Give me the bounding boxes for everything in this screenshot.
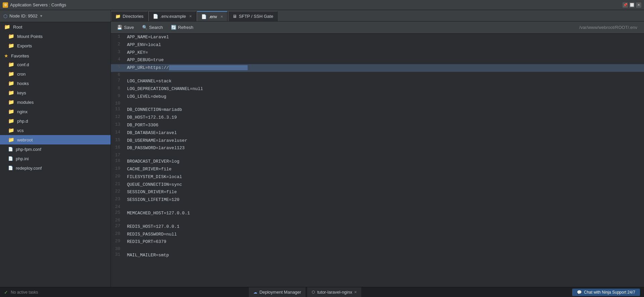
editor[interactable]: 1APP_NAME=Laravel2APP_ENV=local3APP_KEY=… xyxy=(111,34,644,287)
line-content[interactable]: REDIS_HOST=127.0.0.1 xyxy=(124,223,644,231)
search-button[interactable]: 🔍 Search xyxy=(139,24,166,31)
line-content[interactable]: APP_URL=https:// xyxy=(124,64,644,72)
line-content[interactable]: BROADCAST_DRIVER=log xyxy=(124,158,644,166)
line-content[interactable]: MEMCACHED_HOST=127.0.0.1 xyxy=(124,210,644,217)
line-content[interactable]: REDIS_PASSWORD=null xyxy=(124,231,644,239)
line-content[interactable] xyxy=(124,72,644,78)
app-icon: ⚙ xyxy=(3,2,8,8)
tab-icon: ⬡ xyxy=(312,290,315,294)
table-row: 1APP_NAME=Laravel xyxy=(111,34,644,41)
file-icon: 📄 xyxy=(8,147,13,152)
tutor-nginx-tab[interactable]: ⬡ tutor-laravel-nginx ✕ xyxy=(307,287,361,297)
line-content[interactable]: DB_PORT=3306 xyxy=(124,122,644,129)
node-label: Node ID: 9502 xyxy=(9,13,38,18)
sidebar-item-modules[interactable]: 📁 modules xyxy=(0,97,111,107)
tab-file-icon: 📄 xyxy=(201,14,207,19)
sidebar-item-label: conf.d xyxy=(17,62,29,67)
folder-icon: 📁 xyxy=(8,33,14,39)
line-number: 24 xyxy=(111,204,124,210)
table-row: 16DB_PASSWORD=laravel123 xyxy=(111,144,644,152)
tab-env-example[interactable]: 📄 .env.example ✕ xyxy=(148,11,196,21)
status-middle: ☁ Deployment Manager ⬡ tutor-laravel-ngi… xyxy=(249,287,361,297)
line-content[interactable]: REDIS_PORT=6379 xyxy=(124,238,644,246)
deployment-manager-tab[interactable]: ☁ Deployment Manager xyxy=(249,287,305,297)
table-row: 12DB_HOST=172.16.3.19 xyxy=(111,114,644,122)
line-content[interactable]: LOG_DEPRECATIONS_CHANNEL=null xyxy=(124,85,644,93)
line-content[interactable]: DB_DATABASE=laravel xyxy=(124,129,644,137)
table-row: 24 xyxy=(111,204,644,210)
line-content[interactable] xyxy=(124,246,644,252)
line-content[interactable] xyxy=(124,204,644,210)
line-content[interactable]: LOG_LEVEL=debug xyxy=(124,93,644,101)
line-content[interactable]: QUEUE_CONNECTION=sync xyxy=(124,181,644,189)
line-content[interactable]: LOG_CHANNEL=stack xyxy=(124,78,644,85)
tab-close-button[interactable]: ✕ xyxy=(220,15,223,18)
main-container: ⬡ Node ID: 9502 ▼ 📁 Root 📁 Mount Points … xyxy=(0,10,644,287)
refresh-button[interactable]: 🔄 Refresh xyxy=(168,24,197,31)
sidebar-item-php-fpm-conf[interactable]: 📄 php-fpm.conf xyxy=(0,144,111,154)
line-number: 7 xyxy=(111,78,124,85)
tab-env[interactable]: 📄 .env ✕ xyxy=(197,11,227,21)
line-content[interactable]: MAIL_MAILER=smtp xyxy=(124,252,644,259)
tab-folder-icon: 📁 xyxy=(115,14,121,19)
sidebar-item-label: vcs xyxy=(17,128,24,133)
pin-button[interactable]: 📌 xyxy=(622,2,628,8)
table-row: 18BROADCAST_DRIVER=log xyxy=(111,158,644,166)
line-content[interactable] xyxy=(124,152,644,158)
tab-sftp-ssh[interactable]: 🖥 SFTP / SSH Gate xyxy=(228,11,277,21)
line-content[interactable]: DB_USERNAME=laraveluser xyxy=(124,137,644,145)
close-button[interactable]: ✕ xyxy=(636,2,641,8)
sidebar-item-vcs[interactable]: 📁 vcs xyxy=(0,126,111,135)
sidebar-item-phpd[interactable]: 📁 php.d xyxy=(0,116,111,126)
line-number: 30 xyxy=(111,246,124,252)
line-content[interactable]: DB_PASSWORD=laravel123 xyxy=(124,144,644,152)
sidebar-item-confd[interactable]: 📁 conf.d xyxy=(0,60,111,69)
node-bar[interactable]: ⬡ Node ID: 9502 ▼ xyxy=(0,10,111,22)
folder-icon: 📁 xyxy=(8,80,14,86)
chat-button[interactable]: 💬 Chat with Ninja Support 24/7 xyxy=(572,289,640,296)
line-number: 20 xyxy=(111,173,124,181)
line-number: 19 xyxy=(111,166,124,173)
sidebar-item-exports[interactable]: 📁 Exports xyxy=(0,41,111,50)
line-content[interactable]: DB_CONNECTION=mariadb xyxy=(124,106,644,114)
line-content[interactable]: SESSION_DRIVER=file xyxy=(124,188,644,196)
deployment-label: Deployment Manager xyxy=(259,290,301,295)
sidebar-item-hooks[interactable]: 📁 hooks xyxy=(0,79,111,88)
tab-close-button[interactable]: ✕ xyxy=(189,14,192,18)
line-content[interactable]: DB_HOST=172.16.3.19 xyxy=(124,114,644,122)
line-content[interactable] xyxy=(124,217,644,223)
search-label: Search xyxy=(149,25,163,30)
line-content[interactable]: APP_KEY= xyxy=(124,49,644,57)
save-button[interactable]: 💾 Save xyxy=(114,24,137,31)
tab-close-button[interactable]: ✕ xyxy=(354,290,357,294)
tab-directories[interactable]: 📁 Directories xyxy=(111,11,148,21)
line-content[interactable]: APP_DEBUG=true xyxy=(124,56,644,64)
line-number: 3 xyxy=(111,49,124,57)
line-number: 31 xyxy=(111,252,124,259)
table-row: 28REDIS_PASSWORD=null xyxy=(111,231,644,239)
line-content[interactable]: APP_NAME=Laravel xyxy=(124,34,644,41)
tab-bar: 📁 Directories 📄 .env.example ✕ 📄 .env ✕ … xyxy=(111,10,644,22)
node-icon: ⬡ xyxy=(3,13,7,19)
maximize-button[interactable]: ⬜ xyxy=(629,2,635,8)
line-content[interactable]: FILESYSTEM_DISK=local xyxy=(124,173,644,181)
line-content[interactable] xyxy=(124,100,644,106)
sidebar-item-keys[interactable]: 📁 keys xyxy=(0,88,111,97)
table-row: 23SESSION_LIFETIME=120 xyxy=(111,196,644,204)
sidebar-item-redeploy-conf[interactable]: 📄 redeploy.conf xyxy=(0,163,111,173)
sidebar-item-webroot[interactable]: 📁 webroot xyxy=(0,135,111,144)
sidebar-section-favorites: ★ Favorites xyxy=(0,50,111,60)
sidebar-item-nginx[interactable]: 📁 nginx xyxy=(0,107,111,116)
table-row: 6 xyxy=(111,72,644,78)
line-number: 14 xyxy=(111,129,124,137)
line-content[interactable]: SESSION_LIFETIME=120 xyxy=(124,196,644,204)
line-content[interactable]: APP_ENV=local xyxy=(124,41,644,49)
title-bar-controls: 📌 ⬜ ✕ xyxy=(622,2,641,8)
sidebar-item-root[interactable]: 📁 Root xyxy=(0,22,111,32)
sidebar-item-mount-points[interactable]: 📁 Mount Points xyxy=(0,32,111,41)
sidebar-item-php-ini[interactable]: 📄 php.ini xyxy=(0,154,111,163)
line-content[interactable]: CACHE_DRIVER=file xyxy=(124,166,644,173)
save-label: Save xyxy=(124,25,134,30)
search-icon: 🔍 xyxy=(142,25,147,30)
sidebar-item-cron[interactable]: 📁 cron xyxy=(0,69,111,79)
